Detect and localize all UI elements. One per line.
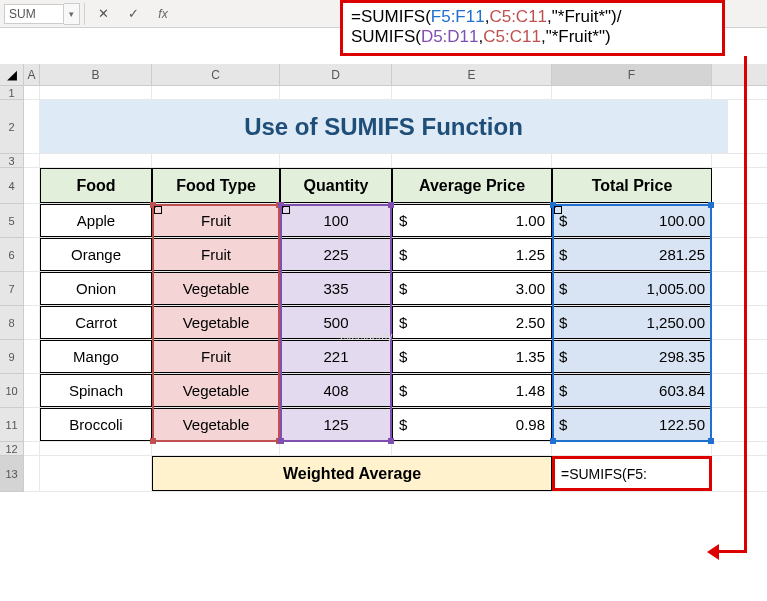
total-cell[interactable]: $1,005.00 (552, 272, 712, 305)
food-cell[interactable]: Spinach (40, 374, 152, 407)
cell[interactable] (392, 86, 552, 99)
avg-cell[interactable]: $1.48 (392, 374, 552, 407)
row-header-1[interactable]: 1 (0, 86, 24, 100)
avg-cell[interactable]: $1.35 (392, 340, 552, 373)
avg-cell[interactable]: $1.25 (392, 238, 552, 271)
select-all-corner[interactable]: ◢ (0, 64, 24, 85)
cell[interactable] (40, 442, 152, 455)
type-cell[interactable]: Vegetable (152, 306, 280, 339)
food-cell[interactable]: Apple (40, 204, 152, 237)
total-cell[interactable]: $281.25 (552, 238, 712, 271)
hdr-qty[interactable]: Quantity (280, 168, 392, 203)
qty-cell[interactable]: 125 (280, 408, 392, 441)
total-cell[interactable]: $1,250.00 (552, 306, 712, 339)
qty-cell[interactable]: 225 (280, 238, 392, 271)
row-header-11[interactable]: 11 (0, 408, 24, 442)
col-header-e[interactable]: E (392, 64, 552, 85)
food-cell[interactable]: Orange (40, 238, 152, 271)
col-header-f[interactable]: F (552, 64, 712, 85)
qty-cell[interactable]: 335 (280, 272, 392, 305)
cell[interactable] (40, 86, 152, 99)
qty-cell[interactable]: 408 (280, 374, 392, 407)
cell[interactable] (280, 86, 392, 99)
formula-range-f: F5:F11 (431, 7, 485, 26)
cell[interactable] (24, 374, 40, 407)
total-cell[interactable]: $122.50 (552, 408, 712, 441)
cell[interactable] (24, 154, 40, 167)
name-box-dropdown[interactable]: ▾ (64, 3, 80, 25)
cell[interactable] (24, 408, 40, 441)
cell[interactable] (24, 86, 40, 99)
total-cell[interactable]: $603.84 (552, 374, 712, 407)
cell[interactable] (40, 456, 152, 491)
formula-text: =SUMIFS( (351, 7, 431, 26)
hdr-food[interactable]: Food (40, 168, 152, 203)
cell[interactable] (552, 86, 712, 99)
cell[interactable] (24, 272, 40, 305)
type-cell[interactable]: Fruit (152, 238, 280, 271)
cell[interactable] (24, 168, 40, 203)
fx-icon[interactable]: fx (155, 6, 171, 22)
cancel-icon[interactable]: ✕ (95, 6, 111, 22)
row-header-7[interactable]: 7 (0, 272, 24, 306)
cell[interactable] (552, 154, 712, 167)
type-cell[interactable]: Vegetable (152, 374, 280, 407)
avg-cell[interactable]: $1.00 (392, 204, 552, 237)
cell[interactable] (152, 154, 280, 167)
title-cell[interactable]: Use of SUMIFS Function (40, 100, 728, 153)
cell[interactable] (392, 442, 552, 455)
row-header-13[interactable]: 13 (0, 456, 24, 492)
food-cell[interactable]: Carrot (40, 306, 152, 339)
qty-cell[interactable]: 100 (280, 204, 392, 237)
formula-input-callout[interactable]: =SUMIFS(F5:F11,C5:C11,"*Fruit*")/ SUMIFS… (340, 0, 725, 56)
cell[interactable] (152, 442, 280, 455)
total-cell[interactable]: $100.00 (552, 204, 712, 237)
type-cell[interactable]: Vegetable (152, 272, 280, 305)
cell[interactable] (24, 306, 40, 339)
qty-cell[interactable]: 500 (280, 306, 392, 339)
cell[interactable] (24, 340, 40, 373)
row-header-3[interactable]: 3 (0, 154, 24, 168)
avg-cell[interactable]: $2.50 (392, 306, 552, 339)
cell[interactable] (552, 442, 712, 455)
col-header-a[interactable]: A (24, 64, 40, 85)
row-header-12[interactable]: 12 (0, 442, 24, 456)
col-header-c[interactable]: C (152, 64, 280, 85)
hdr-avg[interactable]: Average Price (392, 168, 552, 203)
avg-cell[interactable]: $3.00 (392, 272, 552, 305)
cell[interactable] (280, 154, 392, 167)
type-cell[interactable]: Fruit (152, 340, 280, 373)
name-box[interactable]: SUM (4, 4, 64, 24)
food-cell[interactable]: Onion (40, 272, 152, 305)
cell[interactable] (24, 238, 40, 271)
cell[interactable] (24, 442, 40, 455)
row-header-10[interactable]: 10 (0, 374, 24, 408)
row-header-9[interactable]: 9 (0, 340, 24, 374)
cell[interactable] (152, 86, 280, 99)
type-cell[interactable]: Vegetable (152, 408, 280, 441)
cell[interactable] (392, 154, 552, 167)
cell[interactable] (40, 154, 152, 167)
weighted-avg-label[interactable]: Weighted Average (152, 456, 552, 491)
row-header-5[interactable]: 5 (0, 204, 24, 238)
food-cell[interactable]: Mango (40, 340, 152, 373)
row-header-4[interactable]: 4 (0, 168, 24, 204)
weighted-avg-cell[interactable]: =SUMIFS(F5: (552, 456, 712, 491)
col-header-d[interactable]: D (280, 64, 392, 85)
row-header-6[interactable]: 6 (0, 238, 24, 272)
col-header-b[interactable]: B (40, 64, 152, 85)
qty-cell[interactable]: 221 (280, 340, 392, 373)
cell[interactable] (24, 456, 40, 491)
total-cell[interactable]: $298.35 (552, 340, 712, 373)
hdr-type[interactable]: Food Type (152, 168, 280, 203)
cell[interactable] (24, 100, 40, 153)
row-header-2[interactable]: 2 (0, 100, 24, 154)
avg-cell[interactable]: $0.98 (392, 408, 552, 441)
cell[interactable] (24, 204, 40, 237)
type-cell[interactable]: Fruit (152, 204, 280, 237)
hdr-total[interactable]: Total Price (552, 168, 712, 203)
cell[interactable] (280, 442, 392, 455)
row-header-8[interactable]: 8 (0, 306, 24, 340)
food-cell[interactable]: Broccoli (40, 408, 152, 441)
enter-icon[interactable]: ✓ (125, 6, 141, 22)
